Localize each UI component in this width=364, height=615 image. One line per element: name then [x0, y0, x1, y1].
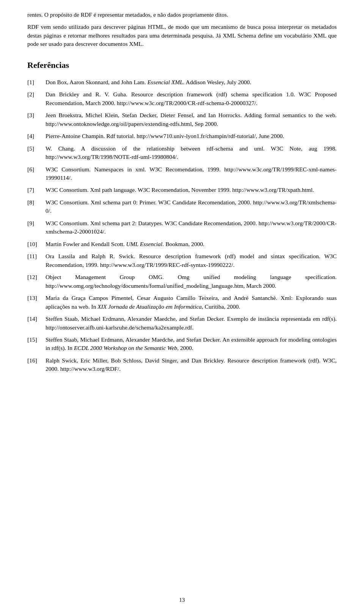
- ref-number: [1]: [27, 78, 46, 86]
- page-number: 13: [179, 597, 185, 603]
- ref-content: Dan Brickley and R. V. Guha. Resource de…: [46, 90, 337, 107]
- ref-number: [4]: [27, 132, 46, 140]
- ref-number: [13]: [27, 294, 46, 311]
- ref-number: [16]: [27, 356, 46, 373]
- references-heading: Referências: [27, 59, 337, 71]
- ref-number: [15]: [27, 336, 46, 353]
- ref-number: [8]: [27, 198, 46, 215]
- ref-number: [12]: [27, 273, 46, 290]
- ref-content: Don Box, Aaron Skonnard, and John Lam. E…: [46, 78, 337, 86]
- list-item: [6]W3C Consortium. Namespaces in xml. W3…: [27, 165, 337, 182]
- ref-number: [6]: [27, 165, 46, 182]
- list-item: [2]Dan Brickley and R. V. Guha. Resource…: [27, 90, 337, 107]
- ref-content: Maria da Graça Campos Pimentel, Cesar Au…: [46, 294, 337, 311]
- ref-content: Pierre-Antoine Champin. Rdf tutorial. ht…: [46, 132, 337, 140]
- ref-number: [10]: [27, 240, 46, 248]
- ref-content: Object Management Group OMG. Omg unified…: [46, 273, 337, 290]
- ref-content: Steffen Staab, Michael Erdmann, Alexande…: [46, 336, 337, 353]
- ref-content: W3C Consortium. Namespaces in xml. W3C R…: [46, 165, 337, 182]
- list-item: [10]Martin Fowler and Kendall Scott. UML…: [27, 240, 337, 248]
- ref-content: Martin Fowler and Kendall Scott. UML Ess…: [46, 240, 337, 248]
- intro-para1: rentes. O propósito de RDF é representar…: [27, 11, 337, 19]
- ref-content: W3C Consortium. Xml schema part 2: Datat…: [46, 219, 337, 236]
- ref-number: [2]: [27, 90, 46, 107]
- ref-content: Steffen Staab, Michael Erdmann, Alexande…: [46, 315, 337, 332]
- ref-number: [5]: [27, 144, 46, 162]
- ref-number: [9]: [27, 219, 46, 236]
- list-item: [12]Object Management Group OMG. Omg uni…: [27, 273, 337, 290]
- list-item: [14]Steffen Staab, Michael Erdmann, Alex…: [27, 315, 337, 332]
- ref-number: [7]: [27, 186, 46, 194]
- references-list: [1]Don Box, Aaron Skonnard, and John Lam…: [27, 78, 337, 373]
- ref-content: Jeen Broekstra, Michel Klein, Stefan Dec…: [46, 111, 337, 128]
- ref-content: W3C Consortium. Xml schema part 0: Prime…: [46, 198, 337, 215]
- intro-section: rentes. O propósito de RDF é representar…: [27, 11, 337, 49]
- list-item: [4]Pierre-Antoine Champin. Rdf tutorial.…: [27, 132, 337, 140]
- list-item: [8]W3C Consortium. Xml schema part 0: Pr…: [27, 198, 337, 215]
- ref-number: [11]: [27, 252, 46, 269]
- ref-content: Ralph Swick, Eric Miller, Bob Schloss, D…: [46, 356, 337, 373]
- list-item: [5]W. Chang. A discussion of the relatio…: [27, 144, 337, 162]
- list-item: [7]W3C Consortium. Xml path language. W3…: [27, 186, 337, 194]
- list-item: [1]Don Box, Aaron Skonnard, and John Lam…: [27, 78, 337, 86]
- list-item: [13]Maria da Graça Campos Pimentel, Cesa…: [27, 294, 337, 311]
- ref-content: W3C Consortium. Xml path language. W3C R…: [46, 186, 337, 194]
- list-item: [11]Ora Lassila and Ralph R. Swick. Reso…: [27, 252, 337, 269]
- ref-number: [14]: [27, 315, 46, 332]
- intro-para2: RDF vem sendo utilizado para descrever p…: [27, 23, 337, 48]
- ref-content: W. Chang. A discussion of the relationsh…: [46, 144, 337, 162]
- ref-content: Ora Lassila and Ralph R. Swick. Resource…: [46, 252, 337, 269]
- list-item: [16]Ralph Swick, Eric Miller, Bob Schlos…: [27, 356, 337, 373]
- page-footer: 13: [0, 596, 364, 604]
- ref-number: [3]: [27, 111, 46, 128]
- page: rentes. O propósito de RDF é representar…: [0, 0, 364, 615]
- list-item: [3]Jeen Broekstra, Michel Klein, Stefan …: [27, 111, 337, 128]
- list-item: [9]W3C Consortium. Xml schema part 2: Da…: [27, 219, 337, 236]
- list-item: [15]Steffen Staab, Michael Erdmann, Alex…: [27, 336, 337, 353]
